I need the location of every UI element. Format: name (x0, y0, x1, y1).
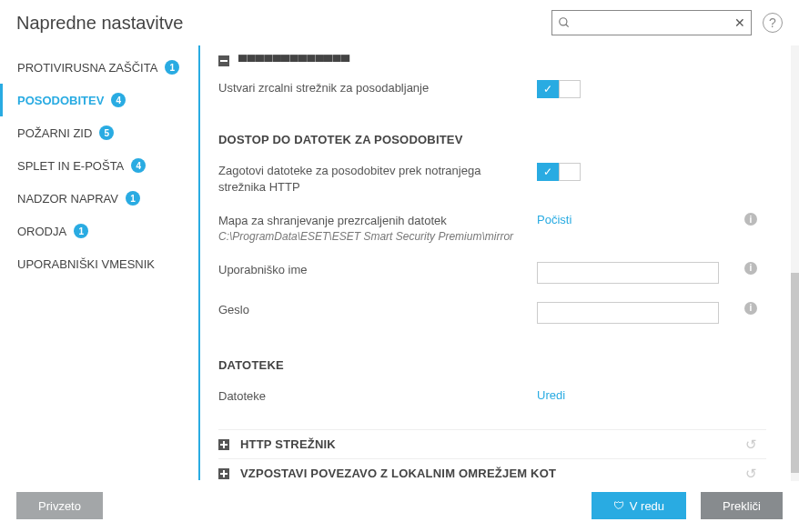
scrollbar-thumb[interactable] (791, 273, 799, 473)
reset-icon[interactable]: ↺ (745, 466, 757, 480)
help-button[interactable]: ? (763, 13, 783, 33)
svg-point-0 (559, 18, 566, 25)
sidebar-item-ui[interactable]: UPORABNIŠKI VMESNIK (0, 247, 198, 280)
expand-icon (218, 468, 229, 479)
sidebar-item-device-control[interactable]: NADZOR NAPRAV 1 (0, 182, 198, 215)
section-title-access: DOSTOP DO DATOTEK ZA POSODOBITEV (218, 133, 766, 146)
header: Napredne nastavitve ✕ ? (0, 0, 799, 45)
section-label: VZPOSTAVI POVEZAVO Z LOKALNIM OMREŽJEM K… (240, 467, 556, 480)
cancel-button[interactable]: Prekliči (701, 492, 783, 519)
row-username: Uporabniško ime i (218, 253, 766, 293)
row-files: Datoteke Uredi (218, 379, 766, 430)
username-input[interactable] (537, 262, 719, 284)
badge: 1 (74, 224, 88, 238)
section-http-server[interactable]: HTTP STREŽNIK ↺ (218, 429, 766, 458)
clear-folder-link[interactable]: Počisti (537, 213, 571, 226)
section-title-files: DATOTEKE (218, 358, 766, 372)
search-icon (552, 16, 575, 29)
ok-button[interactable]: 🛡 V redu (592, 492, 686, 519)
row-label: Datoteke (218, 388, 537, 405)
section-label: HTTP STREŽNIK (240, 437, 336, 451)
info-icon[interactable]: i (744, 262, 757, 275)
check-icon: ✓ (543, 83, 552, 95)
sidebar-item-label: POSODOBITEV (17, 94, 104, 107)
section-lan-connect[interactable]: VZPOSTAVI POVEZAVO Z LOKALNIM OMREŽJEM K… (218, 458, 766, 480)
check-icon: ✓ (543, 166, 552, 178)
collapse-icon (218, 55, 229, 66)
sidebar-item-label: SPLET IN E-POŠTA (17, 159, 124, 173)
badge: 1 (126, 191, 140, 206)
info-icon[interactable]: i (744, 302, 757, 315)
sidebar-item-label: POŽARNI ZID (17, 126, 92, 140)
row-label: Zagotovi datoteke za posodobitev prek no… (218, 163, 537, 195)
folder-path: C:\ProgramData\ESET\ESET Smart Security … (218, 229, 526, 244)
row-label: Uporabniško ime (218, 262, 537, 278)
row-label: Mapa za shranjevanje prezrcaljenih datot… (218, 213, 537, 244)
row-provide-http: Zagotovi datoteke za posodobitev prek no… (218, 154, 766, 204)
footer: Privzeto 🛡 V redu Prekliči (0, 480, 799, 531)
info-icon[interactable]: i (744, 213, 757, 226)
row-label: Geslo (218, 302, 537, 318)
toggle-http[interactable]: ✓ (537, 163, 581, 181)
svg-line-1 (565, 25, 568, 27)
section-title-cut: ▀▀▀▀▀▀▀▀▀▀▀▀▀ (238, 55, 349, 68)
sidebar-item-antivirus[interactable]: PROTIVIRUSNA ZAŠČITA 1 (0, 51, 198, 84)
edit-files-link[interactable]: Uredi (537, 388, 565, 402)
badge: 5 (99, 125, 114, 140)
page-title: Napredne nastavitve (16, 13, 551, 34)
badge: 1 (165, 60, 179, 75)
search-box[interactable]: ✕ (551, 10, 752, 35)
row-password: Geslo i (218, 293, 766, 333)
row-folder: Mapa za shranjevanje prezrcaljenih datot… (218, 204, 766, 253)
sidebar-item-web-email[interactable]: SPLET IN E-POŠTA 4 (0, 149, 198, 182)
sidebar: PROTIVIRUSNA ZAŠČITA 1 POSODOBITEV 4 POŽ… (0, 45, 198, 480)
sidebar-item-label: UPORABNIŠKI VMESNIK (17, 257, 155, 271)
password-input[interactable] (537, 302, 719, 324)
toggle-mirror[interactable]: ✓ (537, 80, 581, 98)
shield-icon: 🛡 (613, 499, 624, 512)
sidebar-item-label: NADZOR NAPRAV (17, 192, 118, 206)
sidebar-item-label: ORODJA (17, 225, 66, 238)
row-label: Ustvari zrcalni strežnik za posodabljanj… (218, 80, 537, 96)
section-header-mirror[interactable]: ▀▀▀▀▀▀▀▀▀▀▀▀▀ (218, 51, 766, 71)
badge: 4 (131, 158, 146, 173)
content-panel: ▀▀▀▀▀▀▀▀▀▀▀▀▀ Ustvari zrcalni strežnik z… (198, 45, 799, 480)
clear-icon[interactable]: ✕ (728, 15, 751, 30)
reset-icon[interactable]: ↺ (745, 437, 757, 453)
search-input[interactable] (575, 16, 728, 30)
row-mirror-server: Ustvari zrcalni strežnik za posodabljanj… (218, 71, 766, 107)
sidebar-item-tools[interactable]: ORODJA 1 (0, 215, 198, 247)
expand-icon (218, 439, 229, 450)
sidebar-item-firewall[interactable]: POŽARNI ZID 5 (0, 116, 198, 149)
scrollbar-track[interactable] (791, 45, 799, 481)
default-button[interactable]: Privzeto (16, 492, 103, 519)
badge: 4 (111, 93, 126, 107)
sidebar-item-update[interactable]: POSODOBITEV 4 (0, 84, 198, 116)
sidebar-item-label: PROTIVIRUSNA ZAŠČITA (17, 61, 157, 75)
